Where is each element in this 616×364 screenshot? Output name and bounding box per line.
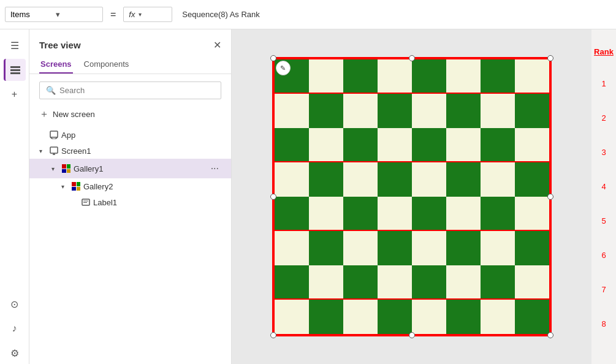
search-icon: 🔍: [46, 86, 56, 95]
checker-cell-4-0: [275, 197, 309, 231]
checker-cell-6-1: [309, 265, 343, 300]
handle-bottom-mid[interactable]: [409, 332, 415, 338]
new-screen-button[interactable]: ＋ New screen: [29, 104, 231, 124]
checkerboard: [273, 58, 550, 335]
checker-cell-4-4: [412, 197, 446, 231]
expand-icon: ▾: [51, 165, 59, 172]
checker-cell-0-4: [412, 59, 446, 94]
edit-icon[interactable]: ✎: [276, 61, 291, 75]
tree-header: Tree view ✕: [29, 29, 231, 56]
rank-labels: Rank 1 2 3 4 5 6 7 8: [591, 29, 616, 364]
handle-bottom-right[interactable]: [547, 332, 553, 338]
checker-cell-2-5: [446, 128, 481, 162]
handle-top-left[interactable]: [270, 55, 276, 61]
checker-cell-7-6: [481, 300, 515, 334]
checker-cell-4-6: [481, 197, 515, 231]
gallery2-icon: [71, 181, 81, 191]
tools-button[interactable]: ⚙: [4, 342, 26, 364]
left-sidebar: ☰ + ⊙ ♪ ⚙: [0, 29, 29, 364]
checker-cell-4-2: [343, 197, 378, 231]
checker-cell-7-1: [309, 300, 343, 334]
add-button[interactable]: +: [4, 83, 26, 105]
checker-cell-2-4: [412, 128, 446, 162]
expand-icon: ▾: [39, 148, 47, 154]
rank-3: 3: [591, 135, 616, 169]
handle-mid-left[interactable]: [270, 194, 276, 200]
handle-top-mid[interactable]: [409, 55, 415, 61]
svg-rect-0: [50, 131, 58, 137]
formula-bar[interactable]: fx ▾: [123, 7, 172, 22]
checker-cell-3-1: [309, 162, 343, 197]
search-input[interactable]: [59, 86, 215, 95]
checker-cell-2-7: [515, 128, 549, 162]
checkerboard-container: ✎: [272, 57, 552, 336]
checker-cell-1-1: [309, 94, 343, 128]
canvas-area: ✎: [232, 29, 591, 364]
main-area: ☰ + ⊙ ♪ ⚙ Tree view ✕ Screens Components…: [0, 29, 616, 364]
plus-icon: ＋: [39, 108, 49, 121]
screen-icon: [49, 146, 59, 156]
checker-cell-2-6: [481, 128, 515, 162]
database-button[interactable]: ⊙: [4, 293, 26, 315]
checker-cell-5-2: [343, 231, 378, 265]
checker-cell-4-3: [378, 197, 412, 231]
checker-cell-1-5: [446, 94, 481, 128]
checker-cell-3-7: [515, 162, 549, 197]
chevron-down-icon: ▾: [56, 10, 97, 19]
rank-4: 4: [591, 169, 616, 203]
tree-item-gallery2[interactable]: ▾ Gallery2: [29, 178, 231, 194]
items-dropdown[interactable]: Items ▾: [5, 7, 103, 22]
tree-item-screen1[interactable]: ▾ Screen1: [29, 143, 231, 159]
layers-icon: [10, 66, 20, 74]
checker-cell-4-5: [446, 197, 481, 231]
checker-cell-7-7: [515, 300, 549, 334]
checker-cell-1-0: [275, 94, 309, 128]
checker-cell-7-4: [412, 300, 446, 334]
label1-icon: [81, 197, 91, 207]
tab-components[interactable]: Components: [83, 56, 131, 74]
handle-top-right[interactable]: [547, 55, 553, 61]
checker-cell-0-3: [378, 59, 412, 94]
checker-cell-6-3: [378, 265, 412, 300]
checker-cell-6-7: [515, 265, 549, 300]
handle-bottom-left[interactable]: [270, 332, 276, 338]
media-button[interactable]: ♪: [4, 317, 26, 339]
checker-cell-1-2: [343, 94, 378, 128]
gallery2-label: Gallery2: [83, 182, 221, 191]
tree-item-app[interactable]: App: [29, 127, 231, 143]
checker-cell-2-1: [309, 128, 343, 162]
checker-cell-2-0: [275, 128, 309, 162]
tree-panel: Tree view ✕ Screens Components 🔍 ＋ New s…: [29, 29, 232, 364]
rank-8: 8: [591, 306, 616, 341]
equals-icon: =: [108, 9, 118, 20]
checker-cell-6-6: [481, 265, 515, 300]
tree-item-label1[interactable]: Label1: [29, 194, 231, 210]
app-label: App: [61, 131, 221, 140]
checker-cell-5-5: [446, 231, 481, 265]
checker-cell-0-6: [481, 59, 515, 94]
label1-label: Label1: [93, 198, 221, 207]
handle-mid-right[interactable]: [547, 194, 553, 200]
expand-icon: ▾: [61, 183, 69, 190]
checker-cell-5-6: [481, 231, 515, 265]
checker-cell-0-1: [309, 59, 343, 94]
rank-link[interactable]: Rank: [594, 47, 614, 56]
search-box[interactable]: 🔍: [39, 82, 221, 99]
rank-2: 2: [591, 100, 616, 135]
checker-cell-4-1: [309, 197, 343, 231]
layers-button[interactable]: [4, 59, 26, 81]
hamburger-menu-button[interactable]: ☰: [4, 34, 26, 56]
checker-cell-1-7: [515, 94, 549, 128]
checker-cell-3-4: [412, 162, 446, 197]
close-icon[interactable]: ✕: [213, 39, 221, 51]
checker-cell-2-2: [343, 128, 378, 162]
more-options-button[interactable]: ···: [208, 162, 221, 175]
tree-item-gallery1[interactable]: ▾ Gallery1 ···: [29, 159, 231, 178]
checker-cell-0-2: [343, 59, 378, 94]
rank-numbers: 1 2 3 4 5 6 7 8: [591, 59, 616, 364]
checker-cell-7-2: [343, 300, 378, 334]
tab-screens[interactable]: Screens: [39, 56, 73, 74]
gallery1-selection[interactable]: ✎: [272, 57, 552, 336]
checker-cell-6-0: [275, 265, 309, 300]
fx-icon: fx: [129, 10, 135, 19]
